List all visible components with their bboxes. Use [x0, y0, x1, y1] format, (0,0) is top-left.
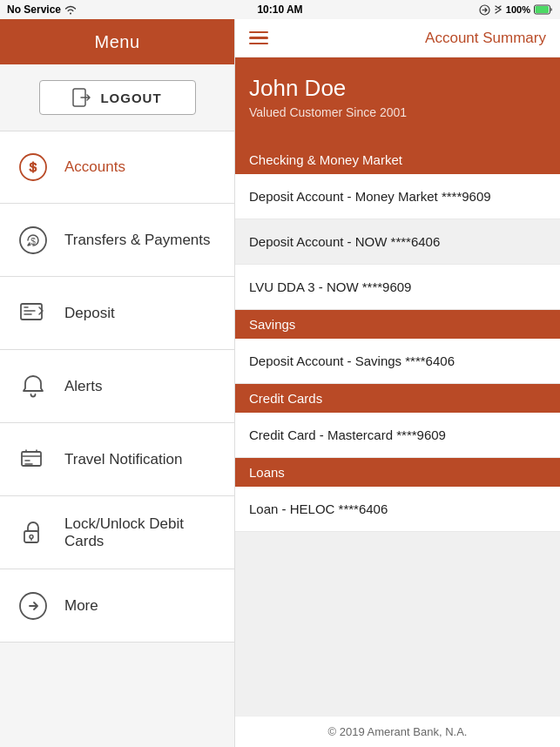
logout-icon: [72, 88, 91, 107]
bluetooth-icon: [494, 3, 503, 16]
account-row[interactable]: LVU DDA 3 - NOW ****9609: [235, 265, 560, 310]
svg-rect-8: [21, 304, 42, 320]
transfers-label: Transfers & Payments: [64, 232, 211, 249]
account-row[interactable]: Deposit Account - Savings ****6406: [235, 339, 560, 384]
battery-percent: 100%: [506, 4, 530, 15]
section-header-loans: Loans: [235, 458, 560, 487]
account-name: John Doe: [249, 75, 546, 102]
account-header: John Doe Valued Customer Since 2001: [235, 57, 560, 145]
svg-text:$: $: [30, 159, 37, 174]
svg-rect-2: [536, 6, 550, 13]
more-label: More: [64, 597, 98, 615]
sidebar: Menu LOGOUT $ Accounts: [0, 19, 235, 747]
account-row[interactable]: Loan - HELOC ****6406: [235, 487, 560, 532]
sidebar-header: Menu: [0, 19, 234, 64]
sidebar-title: Menu: [94, 32, 139, 52]
deposit-label: Deposit: [64, 305, 115, 322]
signal-text: No Service: [7, 3, 61, 16]
alerts-label: Alerts: [64, 378, 102, 395]
footer-text: © 2019 Amerant Bank, N.A.: [328, 725, 468, 738]
hamburger-button[interactable]: [249, 31, 268, 45]
account-list: Checking & Money MarketDeposit Account -…: [235, 145, 560, 716]
lock-label: Lock/Unlock Debit Cards: [64, 515, 217, 550]
page-title: Account Summary: [425, 30, 546, 47]
status-left: No Service: [7, 3, 77, 16]
section-header-checking-&-money-market: Checking & Money Market: [235, 145, 560, 174]
section-header-savings: Savings: [235, 310, 560, 339]
sidebar-item-accounts[interactable]: $ Accounts: [0, 131, 234, 204]
accounts-icon: $: [17, 151, 49, 183]
status-time: 10:10 AM: [257, 3, 302, 16]
app-container: Menu LOGOUT $ Accounts: [0, 19, 560, 747]
account-row[interactable]: Credit Card - Mastercard ****9609: [235, 413, 560, 458]
deposit-icon: [17, 298, 49, 329]
alerts-icon: [17, 371, 49, 402]
sidebar-item-travel[interactable]: Travel Notification: [0, 423, 234, 496]
status-bar: No Service 10:10 AM 100%: [0, 0, 560, 19]
account-row[interactable]: Deposit Account - Money Market ****9609: [235, 174, 560, 219]
hamburger-line-1: [249, 31, 268, 34]
sidebar-item-deposit[interactable]: Deposit: [0, 277, 234, 350]
section-header-credit-cards: Credit Cards: [235, 384, 560, 413]
travel-icon: [17, 444, 49, 475]
more-icon: [17, 590, 49, 622]
sidebar-item-alerts[interactable]: Alerts: [0, 350, 234, 423]
svg-text:$: $: [30, 237, 36, 246]
main-content: Account Summary John Doe Valued Customer…: [235, 19, 560, 747]
logout-button[interactable]: LOGOUT: [39, 80, 196, 115]
travel-label: Travel Notification: [64, 451, 182, 468]
wifi-icon: [64, 4, 77, 15]
menu-items: $ Accounts $ Transfers & Payments: [0, 131, 234, 747]
transfers-icon: $: [17, 225, 49, 256]
battery-icon: [534, 4, 553, 15]
accounts-label: Accounts: [64, 158, 125, 176]
screen-rotation-icon: [479, 4, 490, 16]
sidebar-item-more[interactable]: More: [0, 569, 234, 643]
sidebar-item-lock[interactable]: Lock/Unlock Debit Cards: [0, 496, 234, 569]
footer: © 2019 Amerant Bank, N.A.: [235, 716, 560, 747]
logout-label: LOGOUT: [100, 91, 161, 105]
account-subtitle: Valued Customer Since 2001: [249, 105, 546, 119]
hamburger-line-3: [249, 43, 268, 45]
lock-icon: [17, 517, 49, 548]
account-row[interactable]: Deposit Account - NOW ****6406: [235, 219, 560, 265]
hamburger-line-2: [249, 37, 268, 39]
sidebar-item-transfers[interactable]: $ Transfers & Payments: [0, 204, 234, 277]
status-right: 100%: [479, 3, 553, 16]
top-bar: Account Summary: [235, 19, 560, 57]
